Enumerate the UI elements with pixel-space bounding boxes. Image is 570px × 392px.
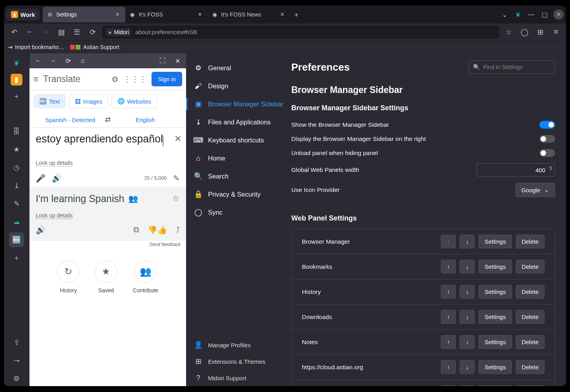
lookup-details-output-link[interactable]: Look up details <box>36 212 73 219</box>
move-up-button[interactable]: ↑ <box>441 285 456 299</box>
settings-icon[interactable]: ⚙ <box>111 75 119 84</box>
import-bookmarks-button[interactable]: ⇥ Import bookmarks… <box>8 44 64 50</box>
move-down-button[interactable]: ↓ <box>460 360 475 374</box>
maximize-button[interactable]: ▢ <box>538 8 551 21</box>
menu-icon[interactable]: ≡ <box>33 74 38 84</box>
nav-design[interactable]: 🖌Design <box>186 77 291 95</box>
panel-delete-button[interactable]: Delete <box>516 285 544 299</box>
menu-button[interactable]: ≡ <box>550 26 562 38</box>
move-down-button[interactable]: ↓ <box>460 260 475 273</box>
panel-close-button[interactable]: ✕ <box>172 55 183 66</box>
panel-back-button[interactable]: ← <box>33 55 44 66</box>
panel-home-button[interactable]: ⌂ <box>77 55 88 66</box>
nav-privacy[interactable]: 🔒Privacy & Security <box>186 185 291 203</box>
panel-settings-button[interactable]: Settings <box>479 235 512 248</box>
nav-home[interactable]: ⌂Home <box>186 149 291 167</box>
back-button[interactable]: ← <box>24 26 36 38</box>
support-link[interactable]: ?Midori Support <box>186 370 291 386</box>
display-right-toggle[interactable] <box>539 135 555 143</box>
midori-logo-icon[interactable]: ❦ <box>9 56 24 71</box>
signin-button[interactable]: Sign in <box>152 72 182 86</box>
reload-button[interactable]: ⟳ <box>86 26 99 38</box>
workspace-pill-icon[interactable]: ▮ <box>11 74 22 86</box>
panel-settings-button[interactable]: Settings <box>479 285 512 299</box>
global-width-input[interactable] <box>477 163 555 177</box>
close-icon[interactable]: × <box>113 11 121 18</box>
tab-text[interactable]: 🔤Text <box>33 94 66 108</box>
speaker-icon[interactable]: 🔊 <box>52 173 62 183</box>
extensions-link[interactable]: ⊞Extensions & Themes <box>186 353 291 370</box>
nav-general[interactable]: ⚙General <box>186 59 291 77</box>
extension-icon[interactable]: ❦ <box>511 8 524 21</box>
nav-browser-manager-sidebar[interactable]: ▣Browser Manager Sidebar <box>186 95 291 113</box>
panel-settings-button[interactable]: Settings <box>479 385 512 386</box>
move-up-button[interactable]: ↑ <box>441 385 456 386</box>
tab-itsfoss[interactable]: ◉ It's FOSS × <box>125 7 208 22</box>
manage-profiles-link[interactable]: 👤Manage Profiles <box>186 337 291 353</box>
new-tab-button[interactable]: ＋ <box>290 8 303 21</box>
clear-input-button[interactable]: ✕ <box>174 134 181 144</box>
account-button[interactable]: ◯ <box>518 26 531 38</box>
panel-reload-button[interactable]: ⟳ <box>62 55 73 66</box>
bookmark-star-button[interactable]: ☆ <box>502 26 515 38</box>
panel-delete-button[interactable]: Delete <box>516 310 544 324</box>
sidebar-toggle-button[interactable]: ▤ <box>55 26 68 38</box>
move-up-button[interactable]: ↑ <box>441 310 456 324</box>
move-up-button[interactable]: ↑ <box>441 360 456 374</box>
url-bar[interactable]: ●Midori about:preferences#bSB <box>102 26 499 39</box>
panel-forward-button[interactable]: → <box>48 55 58 66</box>
show-bms-toggle[interactable] <box>539 121 555 129</box>
send-feedback-link[interactable]: Send feedback <box>29 241 186 247</box>
astian-support-bookmark[interactable]: 🟥🟩 Astian Support <box>70 44 119 50</box>
move-down-button[interactable]: ↓ <box>460 235 475 248</box>
cloud-icon[interactable]: ☁ <box>9 214 24 229</box>
tab-settings[interactable]: ⚙ Settings × <box>43 7 125 22</box>
microphone-icon[interactable]: 🎤 <box>36 173 46 183</box>
add-web-panel-button[interactable]: ＋ <box>9 250 24 265</box>
edit-icon[interactable]: ✎ <box>173 173 180 183</box>
nav-sync[interactable]: ◯Sync <box>186 203 291 221</box>
downloads-icon[interactable]: ⤓ <box>9 178 24 193</box>
settings-gear-icon[interactable]: ⚙ <box>9 371 24 386</box>
reader-button[interactable]: ☰ <box>71 26 83 38</box>
move-down-button[interactable]: ↓ <box>460 310 475 324</box>
close-icon[interactable]: × <box>196 11 204 18</box>
panel-delete-button[interactable]: Delete <box>516 260 544 273</box>
panel-delete-button[interactable]: Delete <box>516 385 544 386</box>
nav-files[interactable]: ⤓Files and Applications <box>186 113 291 131</box>
saved-shortcut[interactable]: ★ Saved <box>95 261 117 294</box>
share-icon[interactable]: ⤴ <box>176 225 180 235</box>
panel-delete-button[interactable]: Delete <box>516 335 544 349</box>
rate-icon[interactable]: 👎👍 <box>148 225 167 235</box>
tab-images[interactable]: 🖼Images <box>69 94 108 108</box>
move-up-button[interactable]: ↑ <box>441 335 456 349</box>
tab-overflow-button[interactable]: ⌄ <box>498 8 511 21</box>
share-icon[interactable]: ⇪ <box>9 335 24 350</box>
save-translation-button[interactable]: ☆ <box>172 193 180 204</box>
nav-keyboard[interactable]: ⌨Keyboard shortcuts <box>186 131 291 149</box>
swap-languages-button[interactable]: ⇄ <box>105 115 111 124</box>
tab-itsfoss-news[interactable]: ◉ It's FOSS News × <box>208 7 290 22</box>
speaker-output-icon[interactable]: 🔊 <box>36 225 46 235</box>
source-text-input[interactable]: estoy aprendiendo español <box>36 133 163 145</box>
bookmarks-icon[interactable]: ★ <box>9 142 24 157</box>
briefcase-icon[interactable]: 🗄 <box>9 124 24 139</box>
translate-panel-icon[interactable]: 🔤 <box>9 232 24 247</box>
apps-icon[interactable]: ⋮⋮⋮ <box>123 75 147 84</box>
add-panel-button[interactable]: ＋ <box>9 89 24 104</box>
find-in-settings-input[interactable]: 🔍 Find in Settings <box>469 60 555 74</box>
tab-websites[interactable]: 🌐Websites <box>111 94 157 108</box>
notes-icon[interactable]: ✎ <box>9 196 24 211</box>
move-down-button[interactable]: ↓ <box>460 335 475 349</box>
panel-settings-button[interactable]: Settings <box>479 360 512 374</box>
unload-toggle[interactable] <box>539 149 555 157</box>
nav-search[interactable]: 🔍Search <box>186 167 291 185</box>
target-language[interactable]: English <box>111 117 180 123</box>
copy-icon[interactable]: ⧉ <box>133 225 139 235</box>
undo-close-tab-button[interactable]: ↶ <box>8 26 20 38</box>
history-icon[interactable]: ◷ <box>9 160 24 175</box>
history-shortcut[interactable]: ↻ History <box>57 261 79 294</box>
icon-provider-dropdown[interactable]: Google ⌄ <box>515 183 555 197</box>
close-window-button[interactable]: × <box>554 9 564 20</box>
panel-delete-button[interactable]: Delete <box>516 360 544 374</box>
